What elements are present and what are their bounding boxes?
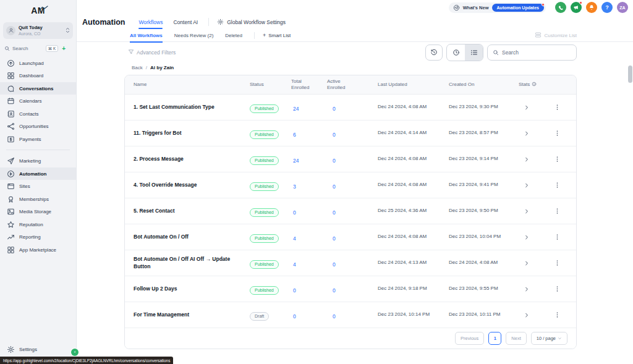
- sidebar-item-conversations[interactable]: Conversations: [0, 82, 76, 95]
- chevron-right-icon[interactable]: [519, 182, 546, 188]
- active-enrolled-value[interactable]: 0: [333, 158, 336, 164]
- customize-list-button[interactable]: Customize List: [535, 32, 577, 40]
- sidebar-item-app-marketplace[interactable]: App Marketplace: [0, 243, 76, 256]
- chevron-right-icon[interactable]: [519, 312, 546, 318]
- phone-button[interactable]: [555, 2, 566, 13]
- next-page-button[interactable]: Next: [506, 332, 526, 345]
- table-row[interactable]: Follow Up 2 Days Published 0 0 Dec 24 20…: [125, 276, 576, 302]
- total-enrolled-value[interactable]: 0: [293, 287, 296, 294]
- user-avatar[interactable]: ZA: [617, 2, 628, 13]
- workflow-search[interactable]: [487, 44, 577, 61]
- table-row[interactable]: 2. Process Message Published 24 0 Dec 24…: [125, 146, 576, 172]
- row-menu-button[interactable]: [546, 286, 577, 292]
- column-header-stats[interactable]: Stats: [519, 82, 546, 88]
- row-menu-button[interactable]: [546, 234, 577, 240]
- table-row[interactable]: 5. Reset Contact Published 0 0 Dec 25 20…: [125, 198, 576, 224]
- vertical-scrollbar[interactable]: [628, 66, 632, 83]
- tab-workflows[interactable]: Workflows: [138, 15, 163, 29]
- workflow-search-input[interactable]: [502, 49, 571, 56]
- app-logo[interactable]: AM: [0, 0, 76, 20]
- active-enrolled-value[interactable]: 0: [333, 261, 336, 268]
- chevron-right-icon[interactable]: [519, 286, 546, 292]
- sidebar-item-launchpad[interactable]: Launchpad: [0, 57, 76, 70]
- list-view-toggle[interactable]: [465, 44, 483, 61]
- sidebar-item-payments[interactable]: Payments: [0, 133, 76, 146]
- table-row[interactable]: Bot Automate On / Off Published 4 0 Dec …: [125, 224, 576, 250]
- bell-button[interactable]: [586, 2, 597, 13]
- active-enrolled-value[interactable]: 0: [333, 313, 336, 320]
- active-enrolled-value[interactable]: 0: [333, 287, 336, 294]
- sidebar-item-media-storage[interactable]: Media Storage: [0, 205, 76, 218]
- chevron-right-icon[interactable]: [519, 104, 546, 111]
- sidebar-item-marketing[interactable]: Marketing: [0, 154, 76, 167]
- sidebar-search-input[interactable]: [12, 46, 43, 51]
- sidebar-item-dashboard[interactable]: Dashboard: [0, 69, 76, 82]
- sidebar-search[interactable]: ⌘ K +: [4, 44, 72, 53]
- table-row[interactable]: For Time Management Draft 0 0 Dec 23 202…: [125, 302, 576, 328]
- automation-updates-button[interactable]: Automation Updates: [492, 4, 544, 12]
- row-menu-button[interactable]: [546, 104, 577, 111]
- sidebar-item-opportunities[interactable]: Opportunities: [0, 120, 76, 133]
- previous-page-button[interactable]: Previous: [455, 332, 484, 345]
- row-menu-button[interactable]: [546, 156, 577, 163]
- column-header-total-enrolled[interactable]: Total Enrolled: [291, 78, 327, 91]
- breadcrumb-back-link[interactable]: Back: [132, 65, 143, 70]
- sidebar-item-contacts[interactable]: Contacts: [0, 108, 76, 121]
- sidebar-item-settings[interactable]: Settings: [0, 344, 76, 357]
- subtab-needs-review-2[interactable]: Needs Review (2): [174, 29, 214, 42]
- column-header-name[interactable]: Name: [125, 82, 245, 88]
- sidebar-item-reporting[interactable]: Reporting: [0, 231, 76, 243]
- column-header-created-on[interactable]: Created On: [449, 82, 519, 88]
- chevron-right-icon[interactable]: [519, 234, 546, 240]
- chevron-right-icon[interactable]: [519, 208, 546, 214]
- chevron-right-icon[interactable]: [519, 260, 546, 266]
- whats-new-group[interactable]: What's New Automation Updates: [449, 2, 546, 13]
- active-enrolled-value[interactable]: 0: [333, 235, 336, 242]
- chevron-right-icon[interactable]: [519, 156, 546, 163]
- column-header-status[interactable]: Status: [245, 82, 291, 88]
- column-header-active-enrolled[interactable]: Active Enrolled: [327, 78, 378, 91]
- sidebar-collapse-button[interactable]: ‹: [71, 349, 79, 356]
- sidebar-item-automation[interactable]: Automation: [0, 167, 76, 180]
- table-row[interactable]: 11. Triggers for Bot Published 6 0 Dec 2…: [125, 121, 576, 146]
- total-enrolled-value[interactable]: 24: [293, 158, 299, 164]
- active-enrolled-value[interactable]: 0: [333, 184, 336, 190]
- table-row[interactable]: 1. Set Last Communication Type Published…: [125, 95, 576, 121]
- advanced-filters-button[interactable]: Advanced Filters: [128, 49, 176, 56]
- active-enrolled-value[interactable]: 0: [333, 132, 336, 138]
- row-menu-button[interactable]: [546, 130, 577, 137]
- sidebar-item-memberships[interactable]: Memberships: [0, 193, 76, 206]
- active-enrolled-value[interactable]: 0: [333, 210, 336, 216]
- global-workflow-settings-button[interactable]: Global Workflow Settings: [217, 19, 286, 25]
- total-enrolled-value[interactable]: 24: [293, 106, 299, 112]
- total-enrolled-value[interactable]: 3: [293, 184, 296, 190]
- sidebar-item-sites[interactable]: Sites: [0, 180, 76, 193]
- active-enrolled-value[interactable]: 0: [333, 106, 336, 112]
- help-button[interactable]: ?: [601, 2, 613, 13]
- account-switcher[interactable]: Quit Today Aurora, CO: [3, 22, 73, 39]
- column-header-last-updated[interactable]: Last Updated: [378, 82, 449, 88]
- subtab-all-workflows[interactable]: All Workflows: [130, 29, 163, 42]
- table-row[interactable]: 4. Tool Override Message Published 3 0 D…: [125, 172, 576, 198]
- account-switcher-chevrons-icon[interactable]: [66, 27, 70, 33]
- row-menu-button[interactable]: [546, 260, 577, 266]
- enrollment-history-button[interactable]: [425, 44, 443, 61]
- row-menu-button[interactable]: [546, 208, 577, 214]
- sidebar-item-reputation[interactable]: Reputation: [0, 218, 76, 231]
- page-number-button[interactable]: 1: [488, 332, 501, 345]
- quick-add-button[interactable]: +: [62, 46, 66, 52]
- tab-content-ai[interactable]: Content AI: [173, 15, 198, 29]
- subtab-deleted[interactable]: Deleted: [225, 29, 242, 42]
- megaphone-button[interactable]: [571, 2, 582, 13]
- total-enrolled-value[interactable]: 4: [293, 261, 296, 268]
- total-enrolled-value[interactable]: 0: [293, 210, 296, 216]
- total-enrolled-value[interactable]: 6: [293, 132, 296, 138]
- sidebar-item-calendars[interactable]: Calendars: [0, 95, 76, 108]
- table-row[interactable]: Bot Automate On / Off AI Off → Update Bu…: [125, 250, 576, 276]
- time-view-toggle[interactable]: [447, 44, 465, 61]
- smart-list-button[interactable]: + Smart List: [263, 33, 291, 38]
- row-menu-button[interactable]: [546, 311, 577, 318]
- total-enrolled-value[interactable]: 4: [293, 235, 296, 242]
- page-size-select[interactable]: 10 / page: [531, 332, 567, 345]
- row-menu-button[interactable]: [546, 182, 577, 188]
